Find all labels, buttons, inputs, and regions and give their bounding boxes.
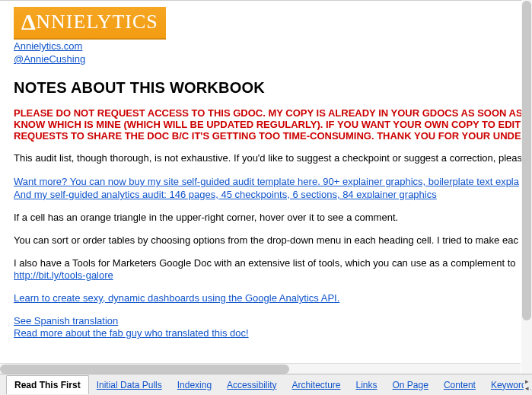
spanish-translation-link[interactable]: See Spanish translation (14, 315, 532, 327)
tab-content[interactable]: Content (436, 377, 483, 393)
warning-text: PLEASE DO NOT REQUEST ACCESS TO THIS GDO… (14, 107, 532, 142)
page-title: NOTES ABOUT THIS WORKBOOK (14, 79, 532, 97)
tab-read-this-first[interactable]: Read This First (6, 375, 89, 394)
site-link[interactable]: Annielytics.com (14, 40, 532, 53)
horizontal-scrollbar-thumb[interactable] (0, 365, 289, 374)
sheet-tabs: Read This First Initial Data Pulls Index… (0, 374, 532, 395)
vertical-scrollbar[interactable] (521, 0, 532, 374)
horizontal-scrollbar[interactable] (0, 363, 521, 374)
document-body: ΔNNIELYTICS Annielytics.com @AnnieCushin… (0, 1, 532, 339)
twitter-link[interactable]: @AnnieCushing (14, 53, 532, 65)
logo-text: NNIELYTICS (36, 11, 158, 33)
warning-line: REQUESTS TO SHARE THE DOC B/C IT'S GETTI… (14, 130, 532, 142)
intro-paragraph: This audit list, though thorough, is not… (14, 152, 532, 164)
tab-architecture[interactable]: Architecture (284, 377, 348, 393)
warning-line: KNOW WHICH IS MINE (WHICH WILL BE UPDATE… (14, 119, 532, 130)
analytics-audit-link[interactable]: And my self-guided analytics audit: 146 … (14, 188, 532, 201)
buy-template-link[interactable]: Want more? You can now buy my site self-… (14, 175, 532, 188)
tab-initial-data-pulls[interactable]: Initial Data Pulls (89, 377, 170, 393)
logo: ΔNNIELYTICS (14, 7, 166, 40)
warning-line: PLEASE DO NOT REQUEST ACCESS TO THIS GDO… (14, 107, 532, 119)
tab-accessibility[interactable]: Accessibility (219, 377, 284, 393)
logo-delta: Δ (21, 9, 36, 34)
tab-scroll-arrows[interactable]: ▸ ◂ (524, 377, 530, 393)
comment-hint-paragraph: If a cell has an orange triangle in the … (14, 212, 532, 224)
tab-indexing[interactable]: Indexing (170, 377, 219, 393)
tools-paragraph: I also have a Tools for Marketers Google… (14, 257, 532, 269)
chevron-left-icon: ◂ (525, 385, 529, 392)
tab-links[interactable]: Links (349, 377, 385, 393)
translator-link[interactable]: Read more about the fab guy who translat… (14, 327, 532, 339)
sort-hint-paragraph: You can sort or order tables by choosing… (14, 234, 532, 247)
vertical-scrollbar-thumb[interactable] (522, 1, 531, 320)
tools-galore-link[interactable]: http://bit.ly/tools-galore (14, 269, 113, 281)
tab-on-page[interactable]: On Page (385, 377, 436, 393)
dashboards-link[interactable]: Learn to create sexy, dynamic dashboards… (14, 292, 339, 304)
